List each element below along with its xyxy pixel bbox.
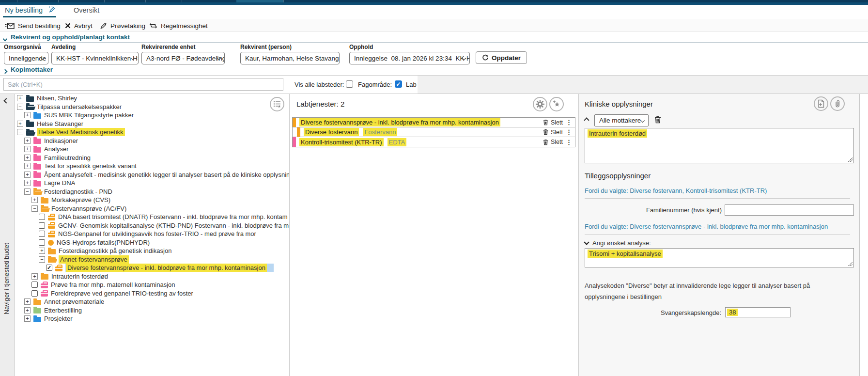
tree-item[interactable]: −Helse Vest Medisinsk genetikk — [15, 128, 289, 137]
tree-item-label[interactable]: Åpent analysefelt - medisinsk genetikk l… — [44, 171, 289, 178]
send-order-button[interactable]: Send bestilling — [5, 21, 61, 31]
expand-icon[interactable]: + — [24, 315, 31, 322]
tree-item[interactable]: −Annet-fostervannsprøve — [15, 255, 289, 264]
tree-item[interactable]: +Test for spesifikk genetisk variant — [15, 162, 289, 171]
tree-item-label[interactable]: NGS-Genpanel for utviklingsavvik hos fos… — [58, 230, 256, 237]
resize-grip[interactable] — [848, 157, 852, 162]
tree-item-label[interactable]: Helse Stavanger — [37, 120, 83, 127]
tree-item[interactable]: +Morkakeprøve (CVS) — [15, 196, 289, 204]
tree-item-checkbox[interactable] — [39, 231, 45, 237]
tree-item[interactable]: +Åpent analysefelt - medisinsk genetikk … — [15, 171, 289, 179]
tree-item[interactable]: −Fostervannsprøve (AC/FV) — [15, 204, 289, 213]
tree-item[interactable]: +Analyser — [15, 145, 289, 154]
settings-button[interactable] — [533, 97, 547, 111]
delete-service-button[interactable]: Slett — [543, 119, 563, 126]
tree-item[interactable]: +SUS MBK Tilgangsstyrte pakker — [15, 111, 289, 120]
tab-ny-bestilling[interactable]: Ny bestilling — [5, 6, 43, 14]
tree-item[interactable]: +Nilsen, Shirley — [15, 94, 289, 103]
tree-item[interactable]: NGS-Genpanel for utviklingsavvik hos fos… — [15, 230, 289, 238]
tree-item-label[interactable]: Helse Vest Medisinsk genetikk — [37, 128, 125, 136]
collapse-icon[interactable]: − — [24, 188, 31, 195]
desired-analysis-textarea[interactable]: Trisomi + kopitallsanalyse — [585, 248, 854, 267]
tree-item[interactable]: +Annet prøvemateriale — [15, 298, 289, 306]
tab-oversikt[interactable]: Oversikt — [74, 6, 99, 14]
tree-item-checkbox[interactable] — [39, 239, 45, 246]
tree-item-label[interactable]: GCNV- Genomisk kopitallsanalyse (KTHD-PN… — [58, 222, 289, 229]
tree-item[interactable]: ✓Diverse fostervannsprøve - inkl. blodpr… — [15, 264, 289, 272]
expand-icon[interactable]: + — [24, 172, 31, 178]
tree-item-checkbox[interactable] — [39, 222, 45, 229]
tree-item-label[interactable]: DNA basert trisomitest (DNATR) Fostervan… — [58, 213, 288, 220]
rekvirerende-enhet-select[interactable]: A3-nord FØ - Fødeavdeling — [141, 52, 225, 64]
collapse-icon[interactable]: − — [31, 205, 38, 212]
tree-item-label[interactable]: Fosterdiagnostikk - PND — [44, 188, 112, 195]
tree-item[interactable]: +Familieutredning — [15, 154, 289, 162]
tree-item[interactable]: +Prosjekter — [15, 314, 289, 323]
tree-item[interactable]: DNA basert trisomitest (DNATR) Fostervan… — [15, 213, 289, 221]
expand-icon[interactable]: + — [17, 121, 23, 127]
desired-analysis-header[interactable]: Angi ønsket analyse: — [585, 239, 651, 247]
expand-icon[interactable]: + — [24, 163, 31, 169]
collapse-note-chevron-up-icon[interactable] — [584, 117, 589, 123]
expand-icon[interactable]: + — [24, 146, 31, 152]
expand-icon[interactable]: + — [24, 307, 31, 313]
chevron-left-icon[interactable] — [3, 98, 9, 103]
tree-item-checkbox[interactable] — [39, 214, 45, 220]
tree-item-label[interactable]: Tilpassa undersøkelsespakker — [37, 103, 122, 110]
expand-icon[interactable]: + — [39, 248, 45, 254]
collapse-icon[interactable]: − — [17, 129, 23, 135]
tree-item-label[interactable]: Lagre DNA — [44, 179, 75, 187]
tree-item-label[interactable]: Morkakeprøve (CVS) — [51, 196, 110, 204]
tree-item-label[interactable]: Test for spesifikk genetisk variant — [44, 162, 137, 170]
tree-item-label[interactable]: Fosterdiagnostikk på genetisk indikasjon — [59, 247, 171, 254]
tree-item-checkbox[interactable] — [31, 282, 38, 288]
delete-service-button[interactable]: Slett — [543, 139, 563, 145]
tree-item[interactable]: NGS-Hydrops føtalis(PNDHYDR) — [15, 238, 289, 247]
expand-icon[interactable]: + — [31, 197, 38, 203]
clinical-note-textarea[interactable]: Intrauterin fosterdød — [585, 128, 854, 163]
lab-service-row[interactable]: Diverse fostervannsprøve - inkl. blodprø… — [293, 118, 575, 127]
lab-service-row[interactable]: Diverse fostervannFostervannSlett⋮ — [293, 127, 575, 137]
kebab-menu-icon[interactable]: ⋮ — [566, 119, 572, 125]
tree-item-label[interactable]: Diverse fostervannsprøve - inkl. blodprø… — [66, 264, 267, 272]
delete-note-button[interactable] — [654, 116, 661, 124]
tree-item-label[interactable]: NGS-Hydrops føtalis(PNDHYDR) — [57, 239, 150, 246]
tree-item[interactable]: −Fosterdiagnostikk - PND — [15, 188, 289, 196]
tree-item-label[interactable]: Familieutredning — [44, 154, 91, 161]
tree-item-checkbox[interactable]: ✓ — [46, 265, 52, 271]
tree-collapse-strip[interactable]: Naviger i tjenestetilbudet — [0, 94, 15, 376]
delete-service-button[interactable]: Slett — [543, 129, 563, 136]
tree-item-label[interactable]: Nilsen, Shirley — [37, 94, 77, 102]
expand-icon[interactable]: + — [17, 95, 23, 101]
tree-item-label[interactable]: Foreldreprøve ved genpanel TRIO-testing … — [51, 290, 193, 297]
tree-item-label[interactable]: Prosjekter — [44, 315, 73, 322]
tree-item-label[interactable]: Indikasjoner — [44, 137, 78, 144]
tree-item-label[interactable]: SUS MBK Tilgangsstyrte pakker — [44, 111, 134, 119]
favorite-star-button[interactable] — [549, 97, 564, 111]
omsorgsniva-select[interactable]: Inneliggende — [4, 52, 48, 64]
show-all-labs-checkbox[interactable] — [346, 80, 353, 88]
expand-icon[interactable]: + — [24, 155, 31, 161]
tree-item[interactable]: Foreldreprøve ved genpanel TRIO-testing … — [15, 289, 289, 298]
cancel-button[interactable]: Avbryt — [65, 21, 93, 31]
kebab-menu-icon[interactable]: ⋮ — [566, 139, 572, 145]
opphold-select[interactable]: Innleggelse 08. jan 2026 kl 23:34 KK-HST — [349, 52, 470, 64]
tree-item-checkbox[interactable] — [31, 290, 38, 297]
expand-icon[interactable]: + — [24, 180, 31, 186]
recipients-select[interactable]: Alle mottakere — [594, 114, 649, 126]
attachment-button[interactable] — [830, 96, 845, 111]
collapse-icon[interactable]: − — [17, 104, 23, 110]
expand-icon[interactable]: + — [24, 138, 31, 144]
tree-item-label[interactable]: Annet-fostervannsprøve — [59, 255, 129, 264]
tree-item[interactable]: −Tilpassa undersøkelsespakker — [15, 103, 289, 111]
collapse-icon[interactable]: − — [39, 256, 45, 263]
tree-item[interactable]: +Lagre DNA — [15, 179, 289, 188]
sampling-button[interactable]: Prøvetaking — [100, 21, 145, 31]
tree-item-label[interactable]: Etterbestilling — [44, 307, 82, 314]
expand-icon[interactable]: + — [24, 112, 31, 118]
resize-grip[interactable] — [848, 261, 852, 266]
tree-item-label[interactable]: Analyser — [44, 145, 69, 153]
section-rekvirent-header[interactable]: Rekvirent og opphold/planlagt kontakt — [0, 32, 868, 43]
tree-item[interactable]: +Indikasjoner — [15, 137, 289, 145]
rekvirent-person-input[interactable]: Kaur, Harmohan, Helse Stavanger Hf — [240, 52, 340, 64]
